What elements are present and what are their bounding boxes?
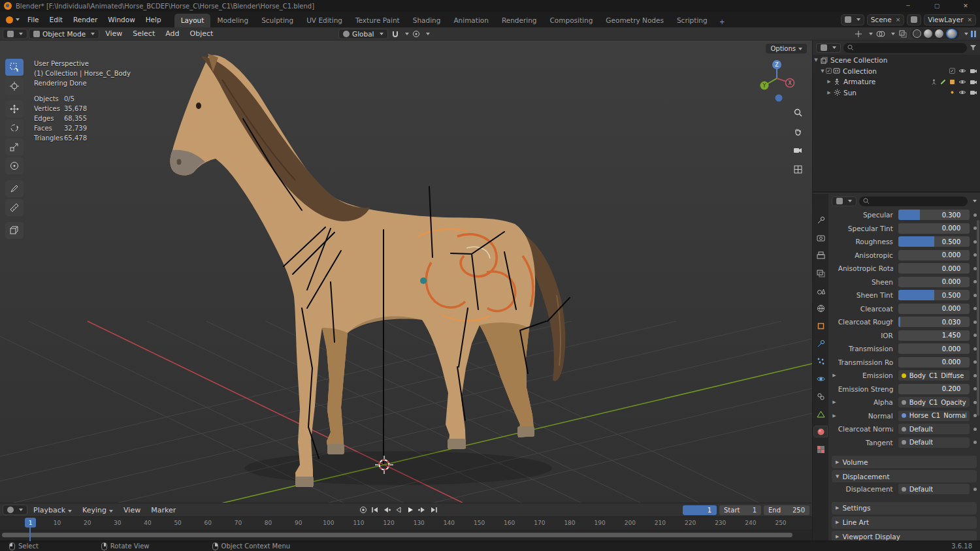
sheen-slider[interactable]: 0.000	[898, 277, 970, 287]
timeline-ruler[interactable]: 1020304050607080901001101201301401501601…	[0, 516, 812, 529]
timeline-editor-button[interactable]	[3, 505, 27, 515]
collection-checkbox[interactable]: ✓	[826, 68, 832, 74]
disclosure-icon[interactable]: ▶	[826, 79, 832, 84]
menu-edit[interactable]: Edit	[44, 14, 68, 25]
shading-rendered-icon[interactable]	[947, 29, 956, 38]
tool-transform[interactable]	[5, 157, 24, 174]
navigation-gizmo[interactable]: Z Y X	[756, 57, 798, 103]
disclosure-icon[interactable]: ▶	[826, 90, 832, 95]
outliner-search-input[interactable]	[843, 43, 967, 53]
outliner-row-scene-collection[interactable]: ▼ Scene Collection	[813, 55, 980, 66]
menu-object[interactable]: Object	[186, 29, 218, 39]
tab-layout[interactable]: Layout	[174, 14, 211, 27]
tool-select-box[interactable]	[5, 59, 24, 76]
pause-icon[interactable]	[971, 31, 976, 37]
render-camera-icon[interactable]	[970, 79, 977, 85]
next-keyframe-button[interactable]	[417, 505, 427, 514]
remove-icon[interactable]: ×	[967, 16, 972, 23]
tab-geometry-nodes[interactable]: Geometry Nodes	[599, 14, 670, 27]
pose-icon[interactable]	[931, 79, 937, 85]
blender-menu-button[interactable]	[4, 14, 21, 25]
horse-model[interactable]	[170, 54, 565, 487]
shading-wireframe-icon[interactable]	[913, 29, 921, 38]
menu-select[interactable]: Select	[128, 29, 159, 39]
transmission-roughness-slider[interactable]: 0.000	[898, 357, 970, 368]
properties-editor-button[interactable]	[832, 197, 857, 206]
maximize-button[interactable]: ▢	[923, 0, 951, 12]
outliner-row-armature[interactable]: ▶ Armature	[813, 76, 980, 87]
tab-rendering[interactable]: Rendering	[495, 14, 544, 27]
playhead[interactable]: 1	[25, 518, 36, 527]
show-overlays-icon[interactable]	[875, 29, 886, 39]
snap-magnet-icon[interactable]	[390, 29, 400, 39]
auto-keying-button[interactable]	[358, 505, 368, 514]
props-tab-object[interactable]	[814, 321, 827, 331]
add-workspace-button[interactable]: +	[714, 16, 730, 27]
selectable-checkbox[interactable]: ✓	[949, 68, 955, 74]
tangent-field[interactable]: Default	[898, 437, 970, 448]
tab-modeling[interactable]: Modeling	[210, 14, 255, 27]
jump-to-start-button[interactable]	[370, 505, 380, 514]
armature-data-icon[interactable]	[940, 79, 946, 85]
shading-solid-icon[interactable]	[924, 29, 932, 38]
menu-help[interactable]: Help	[140, 14, 167, 25]
menu-marker[interactable]: Marker	[146, 505, 180, 515]
section-line-art[interactable]: ▶Line Art	[832, 516, 977, 529]
filter-icon[interactable]	[970, 44, 977, 51]
scene-browse-button[interactable]	[841, 14, 864, 25]
menu-file[interactable]: File	[22, 14, 44, 25]
outliner-row-collection[interactable]: ▼ ✓ Collection ✓	[813, 66, 980, 77]
close-button[interactable]: ✕	[951, 0, 980, 12]
tool-move[interactable]	[5, 101, 24, 118]
keyframe-dot[interactable]	[970, 213, 980, 217]
section-displacement[interactable]: ▼Displacement	[832, 470, 977, 482]
expand-icon[interactable]: ▶	[830, 373, 838, 378]
section-settings[interactable]: ▶Settings	[832, 502, 977, 514]
start-frame-field[interactable]: Start1	[719, 505, 761, 515]
props-tab-scene[interactable]	[814, 285, 827, 296]
properties-options-caret[interactable]	[973, 200, 977, 202]
specular-tint-slider[interactable]: 0.000	[898, 223, 970, 234]
props-tab-material[interactable]	[814, 426, 827, 437]
keyframe-dot[interactable]	[970, 488, 980, 491]
menu-keying[interactable]: Keying	[78, 505, 118, 515]
section-volume[interactable]: ▶Volume	[832, 456, 977, 468]
displacement-field[interactable]: Default	[898, 484, 970, 494]
transmission-slider[interactable]: 0.000	[898, 343, 970, 354]
play-button[interactable]	[405, 505, 416, 514]
menu-window[interactable]: Window	[103, 14, 140, 25]
tab-texture-paint[interactable]: Texture Paint	[349, 14, 406, 27]
tool-rotate[interactable]	[5, 119, 24, 136]
editor-type-button[interactable]	[3, 29, 27, 39]
end-frame-field[interactable]: End250	[764, 505, 809, 515]
transform-orientation-dropdown[interactable]: Global	[338, 29, 388, 39]
jump-to-end-button[interactable]	[429, 505, 439, 514]
menu-view[interactable]: View	[101, 29, 127, 39]
snap-options-caret[interactable]	[405, 33, 409, 35]
viewlayer-browse-button[interactable]	[907, 14, 921, 25]
props-tab-output[interactable]	[814, 250, 827, 260]
disclosure-icon[interactable]: ▼	[813, 57, 819, 63]
menu-render[interactable]: Render	[68, 14, 103, 25]
sheen-tint-slider[interactable]: 0.500	[898, 290, 970, 300]
hide-eye-icon[interactable]	[958, 68, 966, 74]
properties-scrollbar[interactable]	[977, 220, 979, 416]
zoom-icon[interactable]	[791, 106, 804, 119]
tool-annotate[interactable]	[5, 180, 24, 197]
tab-scripting[interactable]: Scripting	[670, 14, 714, 27]
anisotropic-rotation-slider[interactable]: 0.000	[898, 263, 970, 274]
ior-field[interactable]: 1.450	[898, 330, 970, 341]
xray-toggle-icon[interactable]	[898, 29, 908, 39]
props-tab-physics[interactable]	[814, 373, 827, 384]
shading-material-icon[interactable]	[935, 29, 943, 38]
props-tab-tool[interactable]	[814, 215, 827, 225]
disclosure-icon[interactable]: ▼	[819, 69, 826, 74]
menu-tl-view[interactable]: View	[119, 505, 145, 515]
props-tab-particles[interactable]	[814, 356, 827, 366]
props-tab-texture[interactable]	[814, 444, 827, 454]
timeline-scrollbar[interactable]	[2, 533, 792, 537]
props-tab-data[interactable]	[814, 409, 827, 419]
properties-search-input[interactable]	[859, 197, 968, 206]
pan-hand-icon[interactable]	[791, 125, 804, 138]
action-icon[interactable]	[949, 79, 955, 85]
